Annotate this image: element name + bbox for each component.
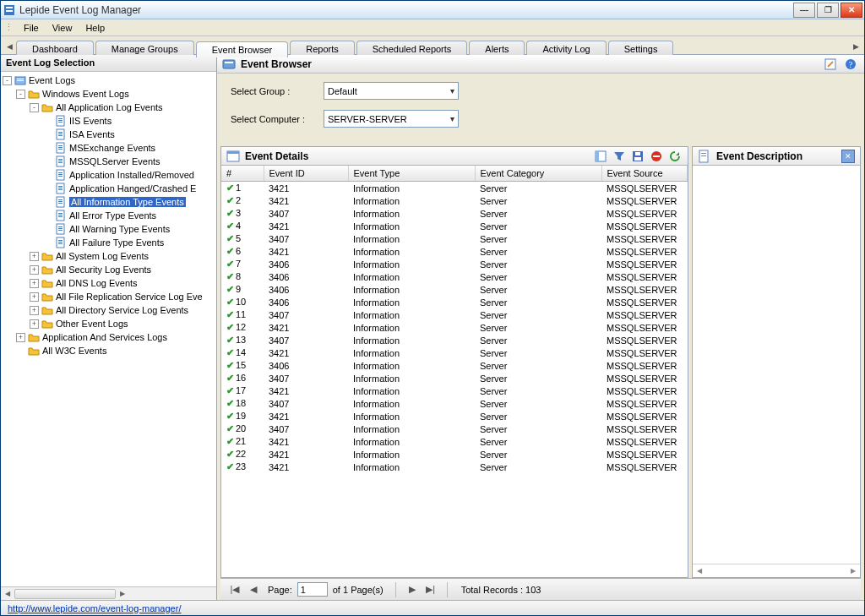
page-input[interactable] <box>297 582 328 597</box>
tree-item[interactable]: All Warning Type Events <box>3 222 215 236</box>
table-row[interactable]: ✔113407InformationServerMSSQLSERVER <box>221 308 688 321</box>
last-page-button[interactable]: ▶| <box>422 581 440 598</box>
col-header[interactable]: Event Type <box>348 166 475 182</box>
events-tree[interactable]: -Event Logs-Windows Event Logs-All Appli… <box>1 72 216 586</box>
tree-group[interactable]: +All Security Log Events <box>3 263 215 276</box>
col-header[interactable]: Event Source <box>601 166 688 182</box>
table-row[interactable]: ✔123421InformationServerMSSQLSERVER <box>221 321 688 334</box>
close-button[interactable]: ✕ <box>841 3 862 18</box>
edit-view-button[interactable] <box>822 57 839 72</box>
table-row[interactable]: ✔143421InformationServerMSSQLSERVER <box>221 346 688 359</box>
expander-icon[interactable]: + <box>30 319 39 329</box>
col-header[interactable]: Event ID <box>264 166 348 182</box>
table-row[interactable]: ✔53407InformationServerMSSQLSERVER <box>221 232 688 245</box>
table-row[interactable]: ✔163407InformationServerMSSQLSERVER <box>221 372 688 384</box>
log-file-icon <box>55 115 67 127</box>
svg-rect-8 <box>58 120 63 121</box>
cell-id: 3407 <box>264 334 348 346</box>
tree-item[interactable]: IIS Events <box>3 114 215 128</box>
table-row[interactable]: ✔73406InformationServerMSSQLSERVER <box>221 258 688 270</box>
table-row[interactable]: ✔13421InformationServerMSSQLSERVER <box>221 182 688 195</box>
expander-icon[interactable]: - <box>30 103 39 112</box>
table-row[interactable]: ✔133407InformationServerMSSQLSERVER <box>221 334 688 346</box>
check-icon: ✔ <box>226 436 234 446</box>
menu-view[interactable]: View <box>46 21 79 35</box>
table-row[interactable]: ✔203407InformationServerMSSQLSERVER <box>221 422 688 435</box>
cell-cat: Server <box>475 270 601 283</box>
tree-item[interactable]: Application Hanged/Crashed E <box>3 182 215 195</box>
table-row[interactable]: ✔153406InformationServerMSSQLSERVER <box>221 359 688 372</box>
tree-item[interactable]: ISA Events <box>3 128 215 141</box>
tab-event-browser[interactable]: Event Browser <box>196 41 289 57</box>
tree-item[interactable]: MSSQLServer Events <box>3 155 215 168</box>
cell-type: Information <box>348 194 475 207</box>
description-close-button[interactable]: ✕ <box>841 150 855 163</box>
first-page-button[interactable]: |◀ <box>226 581 244 598</box>
event-grid[interactable]: #Event IDEvent TypeEvent CategoryEvent S… <box>221 166 688 473</box>
select-group-dropdown[interactable]: Default <box>324 82 459 100</box>
expander-icon[interactable]: + <box>30 252 39 261</box>
expander-icon[interactable]: - <box>3 76 12 85</box>
tree-all-w3c-events[interactable]: All W3C Events <box>3 344 215 357</box>
tree-item[interactable]: All Error Type Events <box>3 209 215 222</box>
next-page-button[interactable]: ▶ <box>403 581 422 598</box>
tree-item[interactable]: MSExchange Events <box>3 141 215 155</box>
expander-icon[interactable]: + <box>30 279 39 288</box>
tree-horizontal-scrollbar[interactable] <box>1 586 216 600</box>
svg-rect-62 <box>701 155 706 156</box>
expander-icon[interactable]: + <box>30 265 39 275</box>
col-header[interactable]: Event Category <box>475 166 601 182</box>
minimize-button[interactable]: — <box>793 3 815 18</box>
tree-application-services-logs[interactable]: +Application And Services Logs <box>3 330 215 344</box>
tree-group[interactable]: +All Directory Service Log Events <box>3 303 215 317</box>
expander-icon[interactable]: - <box>16 90 25 99</box>
table-row[interactable]: ✔63421InformationServerMSSQLSERVER <box>221 245 688 258</box>
tree-group[interactable]: +All DNS Log Events <box>3 276 215 290</box>
table-row[interactable]: ✔193421InformationServerMSSQLSERVER <box>221 410 688 422</box>
tree-windows-event-logs[interactable]: -Windows Event Logs <box>3 87 215 101</box>
table-row[interactable]: ✔83406InformationServerMSSQLSERVER <box>221 270 688 283</box>
tree-group[interactable]: +All System Log Events <box>3 249 215 263</box>
expander-icon[interactable]: + <box>30 292 39 302</box>
tree-group[interactable]: +Other Event Logs <box>3 317 215 330</box>
tree-root[interactable]: -Event Logs <box>3 74 215 87</box>
save-button[interactable] <box>630 149 645 164</box>
filter-button[interactable] <box>612 149 627 164</box>
check-icon: ✔ <box>226 398 234 408</box>
help-button[interactable]: ? <box>842 57 859 72</box>
tabs-left-arrow-icon[interactable]: ◀ <box>3 39 16 54</box>
tree-item[interactable]: Application Installed/Removed <box>3 168 215 182</box>
tree-group[interactable]: +All File Replication Service Log Eve <box>3 290 215 303</box>
menu-file[interactable]: File <box>17 21 46 35</box>
expander-icon[interactable]: + <box>16 333 25 342</box>
cell-type: Information <box>348 321 475 334</box>
table-row[interactable]: ✔213421InformationServerMSSQLSERVER <box>221 435 688 448</box>
table-row[interactable]: ✔43421InformationServerMSSQLSERVER <box>221 220 688 232</box>
table-row[interactable]: ✔223421InformationServerMSSQLSERVER <box>221 448 688 461</box>
table-row[interactable]: ✔103406InformationServerMSSQLSERVER <box>221 296 688 308</box>
tree-all-application-log-events[interactable]: -All Application Log Events <box>3 101 215 114</box>
delete-button[interactable] <box>649 149 664 164</box>
table-row[interactable]: ✔183407InformationServerMSSQLSERVER <box>221 397 688 410</box>
table-row[interactable]: ✔173421InformationServerMSSQLSERVER <box>221 384 688 397</box>
table-row[interactable]: ✔93406InformationServerMSSQLSERVER <box>221 283 688 296</box>
select-computer-dropdown[interactable]: SERVER-SERVER <box>324 110 459 128</box>
columns-button[interactable] <box>593 149 608 164</box>
prev-page-button[interactable]: ◀ <box>244 581 263 598</box>
col-header[interactable]: # <box>221 166 264 182</box>
refresh-button[interactable] <box>667 149 683 164</box>
table-row[interactable]: ✔23421InformationServerMSSQLSERVER <box>221 194 688 207</box>
expander-icon[interactable]: + <box>30 306 39 315</box>
event-grid-scroll[interactable]: #Event IDEvent TypeEvent CategoryEvent S… <box>221 166 688 577</box>
svg-rect-39 <box>58 226 63 227</box>
table-row[interactable]: ✔33407InformationServerMSSQLSERVER <box>221 207 688 220</box>
svg-rect-43 <box>58 240 63 241</box>
table-row[interactable]: ✔233421InformationServerMSSQLSERVER <box>221 461 688 473</box>
description-horizontal-scrollbar[interactable] <box>693 564 860 577</box>
menu-help[interactable]: Help <box>79 21 112 35</box>
tree-item[interactable]: All Failure Type Events <box>3 236 215 249</box>
maximize-button[interactable]: ❐ <box>817 3 839 18</box>
footer-link[interactable]: http://www.lepide.com/event-log-manager/ <box>8 603 181 613</box>
tabs-right-arrow-icon[interactable]: ▶ <box>849 39 862 54</box>
tree-item[interactable]: All Information Type Events <box>3 195 215 209</box>
